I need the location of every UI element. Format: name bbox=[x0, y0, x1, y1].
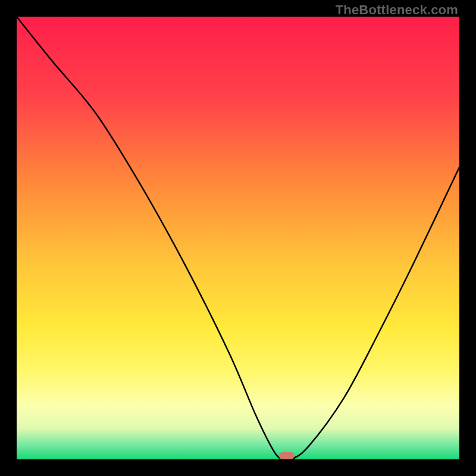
chart-frame: TheBottleneck.com bbox=[0, 0, 476, 476]
marker-pill bbox=[279, 452, 295, 459]
gradient-background bbox=[17, 17, 459, 459]
plot-area bbox=[17, 17, 459, 459]
bottleneck-chart bbox=[17, 17, 459, 459]
watermark-text: TheBottleneck.com bbox=[336, 2, 458, 18]
